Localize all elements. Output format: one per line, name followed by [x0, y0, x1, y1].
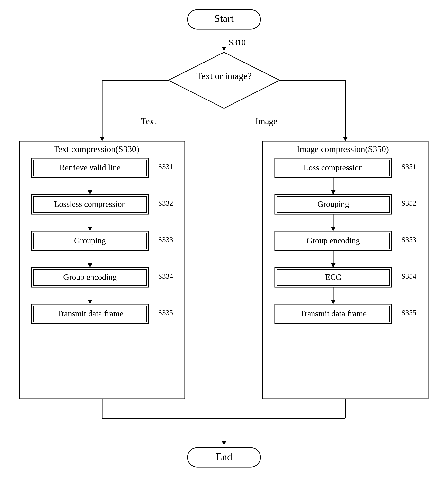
text-compression-title: Text compression(S330): [53, 144, 139, 154]
svg-marker-52: [222, 441, 226, 445]
s355-text: Transmit data frame: [300, 309, 367, 318]
s335-text: Transmit data frame: [57, 309, 123, 318]
s355-label: S355: [401, 308, 416, 317]
text-branch-label: Text: [141, 116, 156, 126]
s310-label: S310: [229, 38, 246, 47]
s333-label: S333: [158, 236, 173, 243]
s352-text: Grouping: [317, 199, 349, 209]
s335-label: S335: [158, 308, 173, 317]
end-label: End: [216, 451, 232, 463]
s353-text: Group encoding: [306, 236, 360, 245]
diagram-container: Start S310 Text or image? Text Image Tex…: [0, 0, 448, 498]
start-label: Start: [214, 13, 234, 24]
s354-text: ECC: [325, 273, 341, 281]
s331-text: Retrieve valid line: [59, 163, 120, 172]
svg-marker-6: [100, 137, 105, 141]
s333-text: Grouping: [74, 236, 106, 245]
image-compression-title: Image compression(S350): [297, 144, 389, 154]
s334-text: Group encoding: [63, 273, 117, 281]
s354-label: S354: [401, 272, 416, 280]
image-branch-label: Image: [255, 116, 277, 126]
s332-text: Lossless compression: [54, 199, 126, 209]
svg-marker-2: [222, 47, 226, 51]
s351-label: S351: [401, 162, 416, 171]
s332-label: S332: [158, 199, 173, 207]
s352-label: S352: [401, 199, 416, 207]
s353-label: S353: [401, 236, 416, 243]
s334-label: S334: [158, 272, 173, 280]
decision-label: Text or image?: [196, 71, 252, 81]
s351-text: Loss compression: [304, 163, 363, 172]
s331-label: S331: [158, 162, 173, 171]
svg-marker-9: [343, 137, 348, 141]
